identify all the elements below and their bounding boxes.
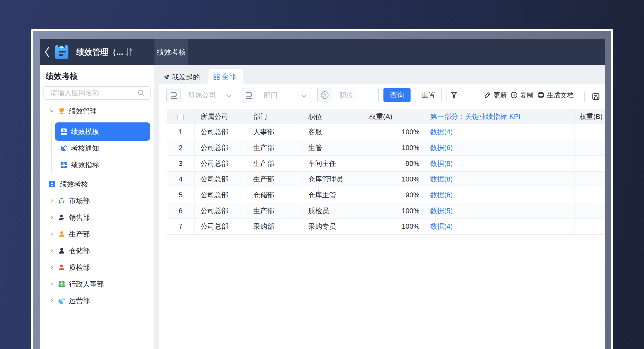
svg-text:含: 含 [323,93,327,97]
